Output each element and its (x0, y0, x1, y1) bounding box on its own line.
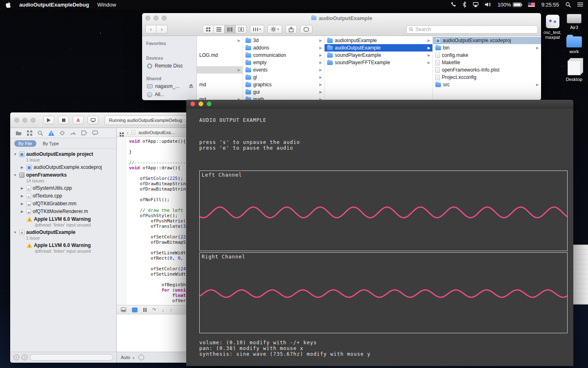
finder-file-row[interactable]: ▶ (197, 66, 243, 74)
finder-folder-row[interactable]: gui ▶ (243, 88, 324, 96)
back-button[interactable]: ‹ (145, 25, 156, 34)
bluetooth-icon[interactable] (463, 1, 466, 8)
finder-folder-row[interactable]: audioInputExample ▶ (325, 37, 432, 44)
desktop-icon[interactable]: osc_test.maxpat (540, 15, 565, 40)
editor-forward-button[interactable]: › (127, 130, 129, 135)
disclosure-triangle-icon[interactable]: ▶ (21, 185, 25, 190)
desktop-icon[interactable]: work (562, 36, 586, 54)
search-field[interactable] (406, 25, 538, 34)
desktop-icon[interactable]: Air3 (562, 14, 586, 30)
tab-by-type[interactable]: By Type (39, 140, 63, 147)
notification-center-icon[interactable] (577, 1, 583, 8)
finder-file-row[interactable] (197, 88, 243, 96)
destination-button[interactable] (87, 116, 98, 124)
issue-navigator-icon[interactable] (48, 130, 54, 136)
finder-file-row[interactable] (197, 59, 243, 66)
disclosure-triangle-icon[interactable]: ▶ (21, 209, 25, 213)
disclosure-triangle-icon[interactable] (21, 216, 25, 218)
hide-debug-area-icon[interactable] (121, 307, 126, 312)
run-button[interactable] (43, 116, 54, 124)
app-titlebar[interactable] (186, 100, 573, 108)
minimize-button[interactable] (22, 118, 27, 123)
navigator-filter-field[interactable] (30, 354, 113, 361)
minimize-button[interactable] (154, 16, 158, 20)
step-over-icon[interactable]: ↷ (152, 307, 156, 312)
minimize-button[interactable] (198, 101, 203, 106)
battery-indicator[interactable]: 100% (497, 2, 521, 8)
menu-clock[interactable]: 9:25:55 (541, 2, 559, 8)
find-navigator-icon[interactable] (38, 130, 43, 136)
apple-menu[interactable] (6, 1, 11, 8)
info-icon[interactable]: i (22, 355, 27, 360)
disclosure-triangle-icon[interactable] (21, 242, 25, 244)
finder-folder-row[interactable]: gl ▶ (243, 74, 324, 81)
pause-icon[interactable] (143, 308, 147, 312)
finder-folder-row[interactable]: graphics ▶ (243, 81, 324, 88)
filter-icon[interactable] (138, 355, 144, 360)
volume-icon[interactable] (485, 1, 491, 8)
test-navigator-icon[interactable] (60, 130, 65, 136)
project-navigator-icon[interactable] (16, 130, 22, 136)
scheme-button[interactable]: A (73, 116, 84, 124)
input-source-flag-icon[interactable] (528, 2, 535, 7)
list-view-button[interactable] (214, 25, 225, 34)
finder-folder-row[interactable]: soundPlayerFFTExample ▶ (325, 59, 432, 66)
arrange-button[interactable]: ▾ (250, 25, 264, 34)
breakpoint-navigator-icon[interactable] (81, 130, 87, 135)
report-navigator-icon[interactable] (92, 130, 98, 136)
step-into-icon[interactable]: ↓ (162, 307, 164, 312)
sidebar-item[interactable]: All... (142, 90, 196, 99)
finder-file-row[interactable]: config.make (433, 52, 541, 59)
debug-gauge-icon[interactable] (132, 307, 138, 312)
share-button[interactable] (285, 25, 297, 34)
finder-folder-row[interactable]: empty ▶ (243, 59, 324, 66)
editor-tab-label[interactable]: audioOutputExample (138, 130, 176, 135)
disclosure-triangle-icon[interactable]: ▶ (21, 193, 25, 198)
add-icon[interactable]: + (13, 355, 19, 360)
finder-file-row[interactable]: src ▶ (433, 81, 541, 88)
finder-folder-row[interactable]: communication ▶ (243, 52, 324, 59)
debug-navigator-icon[interactable] (70, 130, 76, 135)
search-input[interactable] (415, 27, 535, 32)
tag-button[interactable] (300, 25, 312, 34)
disclosure-triangle-icon[interactable]: ▼ (13, 151, 18, 156)
close-button[interactable] (145, 16, 150, 20)
sidebar-item[interactable]: nagasm_... (142, 82, 196, 90)
zoom-button[interactable] (207, 101, 212, 106)
disclosure-triangle-icon[interactable]: ▼ (13, 172, 18, 177)
finder-folder-row[interactable]: soundPlayerExample ▶ (325, 52, 432, 59)
finder-file-row[interactable]: LOG.md (197, 52, 243, 59)
app-canvas[interactable]: AUDIO OUTPUT EXAMPLE press 's' to unpaus… (186, 108, 573, 366)
editor-back-button[interactable]: ‹ (122, 130, 124, 135)
desktop-icon[interactable]: Desktop (562, 61, 586, 82)
zoom-button[interactable] (162, 16, 167, 20)
finder-folder-row[interactable]: audioOutputExample ▶ (325, 44, 432, 52)
symbol-navigator-icon[interactable] (27, 130, 32, 136)
column-view-button[interactable] (225, 25, 236, 34)
finder-file-row[interactable] (197, 74, 243, 81)
coverflow-view-button[interactable] (236, 25, 247, 34)
disclosure-triangle-icon[interactable]: ▼ (13, 229, 18, 234)
finder-file-row[interactable] (197, 44, 243, 52)
phone-icon[interactable] (450, 1, 456, 8)
disclosure-triangle-icon[interactable]: ▶ (21, 164, 25, 169)
step-out-icon[interactable]: ↑ (170, 307, 172, 312)
finder-file-row[interactable]: Makefile (433, 59, 541, 66)
finder-file-row[interactable]: audioOutputExample.xcodeproj (433, 37, 541, 44)
icon-view-button[interactable] (203, 25, 214, 34)
forward-button[interactable]: › (156, 25, 167, 34)
spotlight-icon[interactable] (566, 1, 571, 8)
action-menu-button[interactable]: ▾ (267, 25, 282, 34)
close-button[interactable] (14, 118, 19, 123)
finder-file-row[interactable]: md (197, 81, 243, 88)
menu-app-name[interactable]: audioOutputExampleDebug (19, 2, 89, 8)
menu-window[interactable]: Window (97, 2, 116, 8)
variables-scope-dropdown[interactable]: Auto ▾ (121, 355, 134, 360)
finder-titlebar[interactable]: audioOutputExample (142, 13, 541, 23)
finder-folder-row[interactable]: events ▶ (243, 66, 324, 74)
finder-folder-row[interactable]: 3d ▶ (243, 37, 324, 44)
disclosure-triangle-icon[interactable]: ▶ (21, 201, 25, 206)
sidebar-item[interactable]: Remote Disc (142, 62, 196, 70)
close-button[interactable] (190, 101, 195, 106)
finder-file-row[interactable]: bin ▶ (433, 44, 541, 52)
